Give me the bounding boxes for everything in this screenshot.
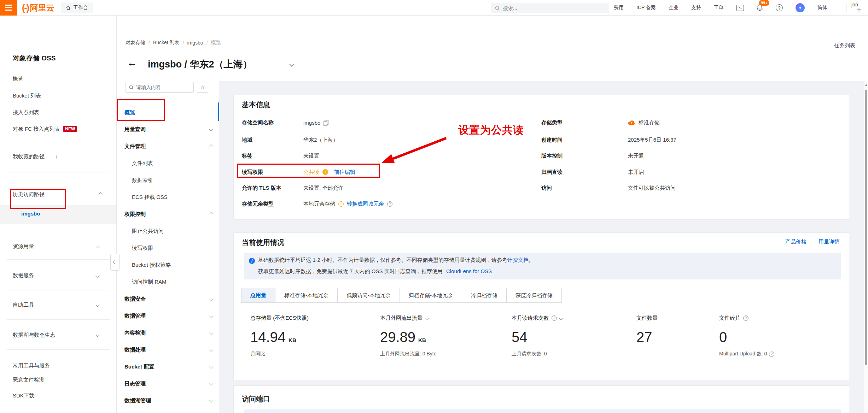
menu-item-content-moderation[interactable]: 内容检测 [117, 324, 219, 341]
aliyun-logo[interactable]: (-) 阿里云 [22, 0, 54, 16]
tab-total-usage[interactable]: 总用量 [241, 288, 275, 303]
nav-support[interactable]: 支持 [691, 5, 701, 11]
menu-item-log-management[interactable]: 日志管理 [117, 375, 219, 392]
user-account-menu[interactable]: jon 主 [851, 2, 861, 14]
sidebar-item-bucket-list[interactable]: Bucket 列表 [0, 92, 116, 100]
help-circle-icon[interactable]: ? [743, 315, 748, 321]
sidebar-group-data-lake[interactable]: 数据湖与数仓生态 [0, 331, 116, 339]
breadcrumb: 对象存储 / Bucket 列表 / imgsbo / 概览 [126, 40, 221, 46]
tab-deep-cold-archive[interactable]: 深度冷归档存储 [506, 288, 562, 303]
global-search[interactable] [491, 3, 609, 13]
help-circle-icon[interactable]: ? [769, 352, 774, 357]
divider [7, 172, 110, 172]
tab-archive-lrs[interactable]: 归档存储-本地冗余 [400, 288, 462, 303]
sidebar-item-overview[interactable]: 概览 [0, 75, 116, 83]
menu-item-block-public-access[interactable]: 阻止公共访问 [117, 223, 219, 240]
breadcrumb-oss[interactable]: 对象存储 [126, 40, 145, 46]
add-favorite-icon[interactable]: ＋ [54, 153, 60, 161]
go-edit-link[interactable]: 前往编辑 [334, 169, 355, 176]
sidebar-group-data-services[interactable]: 数据服务 [0, 271, 116, 280]
menu-item-usage-query[interactable]: 用量查询 [117, 121, 219, 138]
chevron-down-icon [95, 244, 99, 248]
global-search-input[interactable] [503, 5, 595, 11]
language-switcher[interactable]: 简体 [817, 5, 827, 11]
menu-item-bucket-settings[interactable]: Bucket 配置 [117, 358, 219, 375]
menu-item-data-security[interactable]: 数据安全 [117, 290, 219, 307]
help-circle-icon[interactable]: ? [552, 315, 557, 321]
nav-enterprise[interactable]: 企业 [669, 5, 678, 11]
menu-item-file-list[interactable]: 文件列表 [117, 155, 219, 172]
bucket-menu: ☆ 概览 用量查询 文件管理 文件列表 数据索引 ECS 挂载 OSS 权限控制… [117, 81, 219, 413]
chevron-down-icon [209, 348, 213, 352]
menu-search[interactable] [126, 82, 194, 93]
chevron-down-icon [209, 331, 213, 335]
breadcrumb-imgsbo[interactable]: imgsbo [187, 40, 203, 46]
sidebar-history-item-imgsbo[interactable]: imgsbo [21, 211, 40, 217]
usage-links: 产品价格 用量详情 [785, 238, 840, 245]
workbench-button[interactable]: 工作台 [61, 2, 93, 13]
row-created-time: 创建时间 2025年5月6日 16:37 [541, 136, 676, 144]
stat-total-storage: 总存储量 (不含ECS快照) 14.94KB 月同比 -- [250, 315, 309, 357]
tab-ia-lrs[interactable]: 低频访问-本地冗余 [337, 288, 400, 303]
product-pricing-link[interactable]: 产品价格 [785, 238, 806, 245]
sidebar-item-malware-detection[interactable]: 恶意文件检测 [0, 376, 116, 384]
scrollbar-thumb[interactable] [865, 90, 867, 365]
usage-details-link[interactable]: 用量详情 [819, 238, 840, 245]
menu-item-data-index[interactable]: 数据索引 [117, 172, 219, 189]
nav-icp[interactable]: ICP 备案 [636, 5, 656, 11]
help-circle-icon[interactable]: ? [387, 201, 392, 207]
cloudshell-icon[interactable]: >_ [736, 5, 744, 11]
row-access: 访问 文件可以被公共访问 [541, 184, 676, 192]
nav-tickets[interactable]: 工单 [714, 5, 724, 11]
region-dropdown-chevron-icon[interactable] [289, 61, 295, 67]
row-tls-version: 允许的 TLS 版本 未设置, 全部允许 [242, 184, 343, 192]
menu-item-file-management[interactable]: 文件管理 [117, 138, 219, 155]
sidebar-item-common-tools[interactable]: 常用工具与服务 [0, 361, 116, 370]
billing-docs-link[interactable]: 计费文档 [507, 257, 529, 263]
oss-console-page: (-) 阿里云 工作台 费用 ICP 备案 企业 支持 工单 >_ 99+ ? … [0, 0, 868, 413]
breadcrumb-bucket-list[interactable]: Bucket 列表 [153, 40, 180, 46]
chevron-down-icon[interactable] [425, 316, 429, 320]
menu-item-permission-control[interactable]: 权限控制 [117, 206, 219, 223]
menu-item-data-lake-management[interactable]: 数据湖管理 [117, 392, 219, 409]
chevron-down-icon [95, 273, 99, 277]
chevron-down-icon[interactable] [559, 316, 563, 320]
notifications-bell[interactable]: 99+ [757, 4, 763, 12]
scrollbar-up-arrow[interactable] [865, 84, 868, 86]
back-arrow-icon[interactable]: ← [127, 57, 137, 68]
menu-item-ecs-mount-oss[interactable]: ECS 挂载 OSS [117, 189, 219, 206]
tab-cold-archive[interactable]: 冷归档存储 [462, 288, 507, 303]
ai-assistant-icon[interactable]: ✦ [796, 3, 805, 12]
user-name: jon [851, 2, 861, 8]
sidebar-history-paths[interactable]: 历史访问路径 [0, 190, 116, 199]
sidebar-item-sdk-download[interactable]: SDK下载 [0, 391, 116, 400]
cloudlens-link[interactable]: CloudLens for OSS [446, 268, 492, 274]
divider [7, 349, 110, 350]
row-versioning: 版本控制 未开通 [541, 152, 644, 160]
main-content: 基本信息 存储空间名称 imgsbo 地域 华东2（上海） 标签 未设置 读写权… [219, 81, 868, 413]
sidebar-item-fc-access-points[interactable]: 对象 FC 接入点列表 NEW [0, 125, 116, 133]
sidebar-collapse-handle[interactable] [110, 254, 120, 271]
nav-billing[interactable]: 费用 [614, 5, 624, 11]
sidebar-group-resource-usage[interactable]: 资源用量 [0, 242, 116, 250]
home-icon [66, 5, 71, 10]
menu-item-data-processing[interactable]: 数据处理 [117, 341, 219, 358]
convert-zrs-link[interactable]: 转换成同城冗余 [347, 201, 384, 207]
help-icon[interactable]: ? [776, 4, 783, 11]
standard-storage-cloud-icon [628, 120, 635, 125]
hamburger-menu-icon[interactable] [0, 0, 17, 16]
menu-item-read-write-permission[interactable]: 读写权限 [117, 240, 219, 256]
sidebar-group-self-service-tools[interactable]: 自助工具 [0, 301, 116, 309]
chevron-down-icon [209, 127, 213, 131]
menu-item-bucket-policy[interactable]: Bucket 授权策略 [117, 256, 219, 273]
sidebar-item-access-points[interactable]: 接入点列表 [0, 108, 116, 117]
task-list-link[interactable]: 任务列表 [834, 42, 855, 49]
sidebar-favorite-paths[interactable]: 我收藏的路径 ＋ [0, 152, 116, 161]
copy-icon[interactable] [324, 120, 328, 125]
menu-search-input[interactable] [136, 84, 186, 90]
menu-item-overview[interactable]: 概览 [117, 104, 219, 121]
menu-item-data-management[interactable]: 数据管理 [117, 307, 219, 324]
tab-standard-lrs[interactable]: 标准存储-本地冗余 [275, 288, 338, 303]
menu-item-ram-access-control[interactable]: 访问控制 RAM [117, 273, 219, 290]
favorite-star-button[interactable]: ☆ [197, 82, 208, 93]
